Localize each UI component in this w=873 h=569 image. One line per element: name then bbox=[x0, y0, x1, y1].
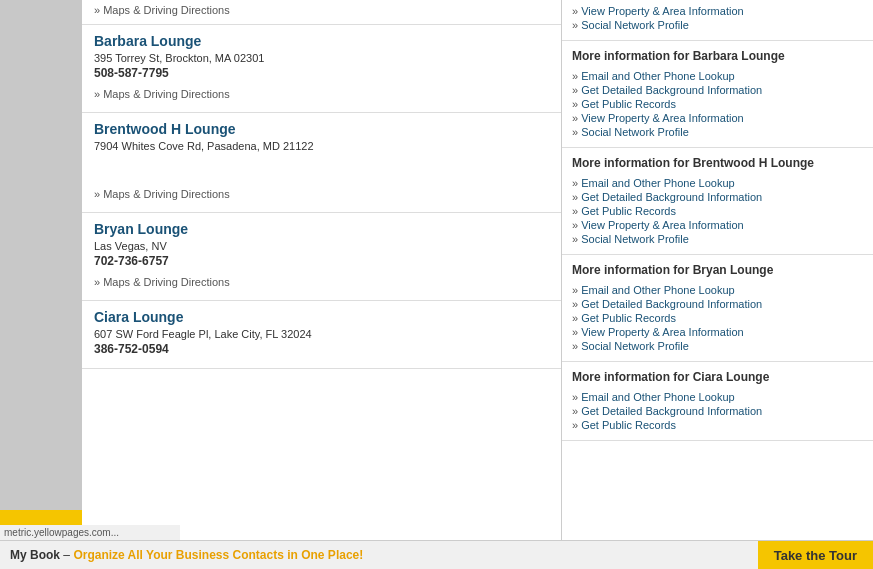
view-property-link[interactable]: View Property & Area Information bbox=[572, 4, 863, 18]
email-phone-link[interactable]: Email and Other Phone Lookup bbox=[572, 390, 863, 404]
social-network-link[interactable]: Social Network Profile bbox=[572, 18, 863, 32]
listing-name: Barbara Lounge bbox=[94, 33, 549, 49]
maps-driving-link[interactable]: Maps & Driving Directions bbox=[103, 88, 230, 100]
view-property-link[interactable]: View Property & Area Information bbox=[572, 218, 863, 232]
info-block-title: More information for Barbara Lounge bbox=[572, 49, 863, 63]
background-info-link[interactable]: Get Detailed Background Information bbox=[572, 190, 863, 204]
view-property-link[interactable]: View Property & Area Information bbox=[572, 111, 863, 125]
left-sidebar bbox=[0, 0, 82, 540]
top-partial-info: View Property & Area Information Social … bbox=[562, 0, 873, 41]
list-item: Bryan Lounge Las Vegas, NV 702-736-6757 … bbox=[82, 213, 561, 301]
top-partial-listing: » Maps & Driving Directions bbox=[82, 0, 561, 25]
view-property-link[interactable]: View Property & Area Information bbox=[572, 325, 863, 339]
public-records-link[interactable]: Get Public Records bbox=[572, 311, 863, 325]
main-container: » Maps & Driving Directions Barbara Loun… bbox=[0, 0, 873, 540]
list-item: Brentwood H Lounge 7904 Whites Cove Rd, … bbox=[82, 113, 561, 213]
maps-driving-link[interactable]: Maps & Driving Directions bbox=[103, 4, 230, 16]
listing-name: Ciara Lounge bbox=[94, 309, 549, 325]
public-records-link[interactable]: Get Public Records bbox=[572, 204, 863, 218]
info-block: More information for Ciara Lounge Email … bbox=[562, 362, 873, 441]
background-info-link[interactable]: Get Detailed Background Information bbox=[572, 83, 863, 97]
bottom-bar: My Book – Organize All Your Business Con… bbox=[0, 540, 873, 569]
status-bar: metric.yellowpages.com... bbox=[0, 525, 180, 540]
social-network-link[interactable]: Social Network Profile bbox=[572, 339, 863, 353]
background-info-link[interactable]: Get Detailed Background Information bbox=[572, 297, 863, 311]
listing-address: 607 SW Ford Feagle Pl, Lake City, FL 320… bbox=[94, 328, 549, 340]
social-network-link[interactable]: Social Network Profile bbox=[572, 125, 863, 139]
maps-link[interactable]: » Maps & Driving Directions bbox=[94, 4, 549, 16]
background-info-link[interactable]: Get Detailed Background Information bbox=[572, 404, 863, 418]
public-records-link[interactable]: Get Public Records bbox=[572, 418, 863, 432]
maps-link[interactable]: » Maps & Driving Directions bbox=[94, 272, 549, 292]
status-url: metric.yellowpages.com... bbox=[4, 527, 119, 538]
list-item: Barbara Lounge 395 Torrey St, Brockton, … bbox=[82, 25, 561, 113]
maps-driving-link[interactable]: Maps & Driving Directions bbox=[103, 276, 230, 288]
social-network-link[interactable]: Social Network Profile bbox=[572, 232, 863, 246]
info-block: More information for Brentwood H Lounge … bbox=[562, 148, 873, 255]
content-area: » Maps & Driving Directions Barbara Loun… bbox=[82, 0, 873, 540]
info-block-title: More information for Bryan Lounge bbox=[572, 263, 863, 277]
bottom-bar-subtitle: – Organize All Your Business Contacts in… bbox=[63, 548, 363, 562]
info-block: More information for Bryan Lounge Email … bbox=[562, 255, 873, 362]
maps-link[interactable]: » Maps & Driving Directions bbox=[94, 84, 549, 104]
maps-driving-link[interactable]: Maps & Driving Directions bbox=[103, 188, 230, 200]
listing-name: Brentwood H Lounge bbox=[94, 121, 549, 137]
listing-address: Las Vegas, NV bbox=[94, 240, 549, 252]
listing-address: 395 Torrey St, Brockton, MA 02301 bbox=[94, 52, 549, 64]
my-book-label: My Book bbox=[10, 548, 60, 562]
maps-link[interactable]: » Maps & Driving Directions bbox=[94, 184, 549, 204]
info-block-title: More information for Brentwood H Lounge bbox=[572, 156, 863, 170]
info-column: View Property & Area Information Social … bbox=[562, 0, 873, 540]
email-phone-link[interactable]: Email and Other Phone Lookup bbox=[572, 69, 863, 83]
info-block-title: More information for Ciara Lounge bbox=[572, 370, 863, 384]
email-phone-link[interactable]: Email and Other Phone Lookup bbox=[572, 283, 863, 297]
public-records-link[interactable]: Get Public Records bbox=[572, 97, 863, 111]
take-tour-button[interactable]: Take the Tour bbox=[758, 541, 873, 570]
bottom-bar-text: My Book – Organize All Your Business Con… bbox=[10, 548, 363, 562]
list-item: Ciara Lounge 607 SW Ford Feagle Pl, Lake… bbox=[82, 301, 561, 369]
email-phone-link[interactable]: Email and Other Phone Lookup bbox=[572, 176, 863, 190]
listing-phone: 386-752-0594 bbox=[94, 342, 549, 356]
listing-address: 7904 Whites Cove Rd, Pasadena, MD 21122 bbox=[94, 140, 549, 152]
listing-name: Bryan Lounge bbox=[94, 221, 549, 237]
listing-phone: 702-736-6757 bbox=[94, 254, 549, 268]
info-block: More information for Barbara Lounge Emai… bbox=[562, 41, 873, 148]
listings-column: » Maps & Driving Directions Barbara Loun… bbox=[82, 0, 562, 540]
listing-phone: 508-587-7795 bbox=[94, 66, 549, 80]
